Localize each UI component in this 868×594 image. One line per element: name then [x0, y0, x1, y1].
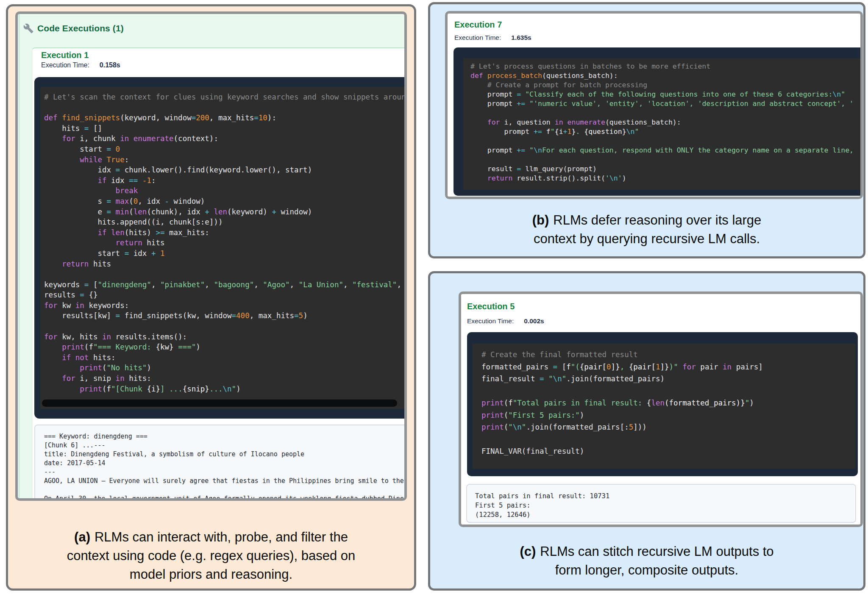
execution-card: Execution 1 Execution Time:0.158s # Let'… — [32, 47, 407, 501]
execution-card: Execution 7 Execution Time:1.635s # Let'… — [448, 14, 860, 197]
caption-a-tag: (a) — [74, 530, 90, 544]
code-block: # Let's scan the context for clues using… — [34, 77, 407, 419]
caption-c-tag: (c) — [520, 544, 536, 559]
execution-time-label: Execution Time: — [454, 34, 501, 41]
caption-a: (a)RLMs can interact with, probe, and fi… — [8, 528, 414, 584]
wrench-icon — [23, 23, 33, 33]
execution-time-value: 0.158s — [100, 61, 120, 69]
code-block: # Let's process questions in batches to … — [453, 47, 863, 196]
code-editor-viewport[interactable]: # Let's process questions in batches to … — [463, 58, 863, 190]
execution-title: Execution 7 — [454, 20, 502, 30]
caption-a-text: RLMs can interact with, probe, and filte… — [67, 530, 356, 582]
execution-title: Execution 1 — [41, 50, 89, 60]
horizontal-scrollbar[interactable] — [42, 400, 397, 407]
execution-7-screenshot: Execution 7 Execution Time:1.635s # Let'… — [445, 11, 863, 199]
subfigure-b-panel: Execution 7 Execution Time:1.635s # Let'… — [428, 2, 865, 258]
execution-output: === Keyword: dinengdeng === [Chunk 6] ..… — [34, 425, 407, 501]
caption-b: (b)RLMs defer reasoning over its large c… — [430, 211, 863, 248]
execution-time: Execution Time:0.002s — [467, 317, 544, 325]
execution-time-value: 1.635s — [511, 34, 531, 41]
code-editor-viewport[interactable]: # Create the final formatted resultforma… — [473, 344, 855, 469]
subfigure-c-panel: Execution 5 Execution Time:0.002s # Crea… — [428, 271, 865, 591]
execution-output: Total pairs in final result: 10731 First… — [466, 484, 856, 523]
execution-title: Execution 5 — [467, 302, 515, 311]
code-content: # Let's scan the context for clues using… — [44, 92, 407, 394]
execution-time-label: Execution Time: — [41, 61, 89, 69]
execution-time-value: 0.002s — [524, 317, 544, 325]
code-content: # Let's process questions in batches to … — [470, 62, 854, 183]
execution-time: Execution Time:0.158s — [41, 61, 120, 69]
execution-time-label: Execution Time: — [467, 317, 514, 325]
caption-b-tag: (b) — [532, 213, 549, 228]
subfigure-a-panel: Code Executions (1) Execution 1 Executio… — [6, 4, 416, 591]
code-editor-viewport[interactable]: # Let's scan the context for clues using… — [40, 87, 407, 409]
code-content: # Create the final formatted resultforma… — [481, 349, 763, 458]
code-executions-title: Code Executions (1) — [37, 23, 124, 33]
code-block: # Create the final formatted resultforma… — [467, 332, 858, 476]
code-executions-screenshot: Code Executions (1) Execution 1 Executio… — [15, 11, 407, 501]
execution-5-screenshot: Execution 5 Execution Time:0.002s # Crea… — [459, 291, 863, 527]
widget-left-border — [19, 14, 19, 498]
execution-card: Execution 5 Execution Time:0.002s # Crea… — [461, 294, 860, 525]
caption-c: (c)RLMs can stitch recursive LM outputs … — [430, 542, 863, 580]
code-executions-header: Code Executions (1) — [23, 23, 124, 33]
figure-canvas: Code Executions (1) Execution 1 Executio… — [0, 0, 868, 594]
caption-b-text: RLMs defer reasoning over its large cont… — [534, 213, 761, 246]
execution-time: Execution Time:1.635s — [454, 34, 531, 42]
caption-c-text: RLMs can stitch recursive LM outputs to … — [540, 544, 773, 577]
